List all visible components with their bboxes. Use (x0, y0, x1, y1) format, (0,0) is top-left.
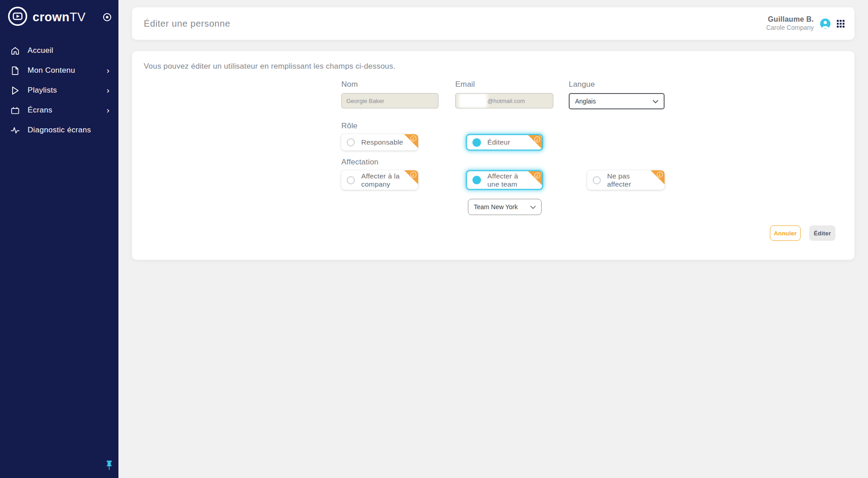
sidebar-item-label: Diagnostic écrans (28, 126, 91, 135)
langue-select[interactable]: Anglais (569, 93, 665, 109)
chevron-right-icon: › (107, 106, 109, 114)
team-value: Team New York (474, 203, 518, 211)
user-text: Guillaume B. Carole Company (766, 15, 814, 32)
email-label: Email (455, 80, 553, 89)
role-label: Rôle (341, 122, 358, 131)
sidebar-item-mon-contenu[interactable]: Mon Contenu › (0, 61, 118, 80)
brand-name: crownTV (33, 10, 86, 24)
sidebar-item-accueil[interactable]: Accueil (0, 41, 118, 61)
pin-sidebar-icon[interactable] (105, 460, 113, 473)
email-input[interactable]: @hotmail.com (455, 93, 553, 108)
logo-row: crownTV (0, 0, 118, 33)
pulse-icon (10, 125, 20, 135)
sidebar-item-label: Mon Contenu (28, 66, 75, 75)
document-icon (10, 66, 20, 75)
play-icon (10, 85, 20, 95)
option-label: Ne pas affecter (607, 172, 650, 188)
role-option-editeur[interactable]: Éditeur i (466, 134, 543, 150)
affectation-option-team[interactable]: Affecter à une team i (466, 170, 543, 190)
user-name: Guillaume B. (766, 15, 814, 24)
crowntv-logo-icon (7, 6, 28, 28)
team-select[interactable]: Team New York (468, 199, 542, 215)
chevron-down-icon (530, 203, 536, 211)
email-value: @hotmail.com (487, 98, 525, 104)
langue-field-group: Langue Anglais (569, 80, 665, 109)
edit-person-form-card: Vous pouvez éditer un utilisateur en rem… (132, 51, 854, 260)
radio-unselected-icon (347, 176, 355, 184)
langue-value: Anglais (575, 98, 596, 105)
chevron-right-icon: › (107, 66, 109, 75)
role-option-responsable[interactable]: Responsable i (341, 134, 418, 150)
submit-button[interactable]: Éditer (809, 225, 835, 241)
email-field-group: Email @hotmail.com (455, 80, 553, 108)
affectation-option-ne-pas-affecter[interactable]: Ne pas affecter i (587, 170, 665, 190)
option-label: Responsable (361, 138, 403, 146)
sidebar: crownTV Accueil Mon (0, 0, 118, 478)
home-icon (10, 46, 20, 56)
chevron-right-icon: › (107, 86, 109, 94)
apps-grid-icon[interactable] (837, 20, 844, 28)
sidebar-item-diagnostic-ecrans[interactable]: Diagnostic écrans (0, 120, 118, 140)
radio-unselected-icon (593, 176, 601, 184)
nom-field-group: Nom Georgie Baker (341, 80, 439, 108)
radio-selected-icon (472, 176, 481, 184)
user-block: Guillaume B. Carole Company (766, 15, 844, 32)
tv-icon (10, 105, 20, 115)
nom-input[interactable]: Georgie Baker (341, 93, 439, 108)
form-intro-text: Vous pouvez éditer un utilisateur en rem… (144, 62, 396, 71)
radio-unselected-icon (347, 138, 355, 146)
sidebar-collapse-icon[interactable] (102, 12, 112, 22)
chevron-down-icon (653, 98, 658, 105)
user-company: Carole Company (766, 24, 814, 32)
nom-label: Nom (341, 80, 439, 89)
page-title: Éditer une personne (144, 19, 231, 29)
sidebar-item-playlists[interactable]: Playlists › (0, 80, 118, 100)
sidebar-nav: Accueil Mon Contenu › Playlists › (0, 41, 118, 140)
sidebar-item-label: Écrans (28, 106, 52, 115)
langue-label: Langue (569, 80, 665, 89)
radio-selected-icon (472, 138, 481, 147)
affectation-label: Affectation (341, 158, 378, 167)
email-redaction-blur (460, 95, 486, 107)
sidebar-item-ecrans[interactable]: Écrans › (0, 100, 118, 120)
avatar-icon[interactable] (820, 18, 831, 29)
option-label: Affecter à la company (361, 172, 404, 188)
option-label: Éditeur (487, 138, 510, 146)
nom-value: Georgie Baker (346, 98, 384, 104)
sidebar-item-label: Playlists (28, 86, 57, 95)
cancel-button[interactable]: Annuler (770, 225, 801, 241)
affectation-option-company[interactable]: Affecter à la company i (341, 170, 418, 190)
option-label: Affecter à une team (487, 172, 530, 188)
sidebar-item-label: Accueil (28, 46, 53, 55)
page-header: Éditer une personne Guillaume B. Carole … (132, 7, 854, 40)
